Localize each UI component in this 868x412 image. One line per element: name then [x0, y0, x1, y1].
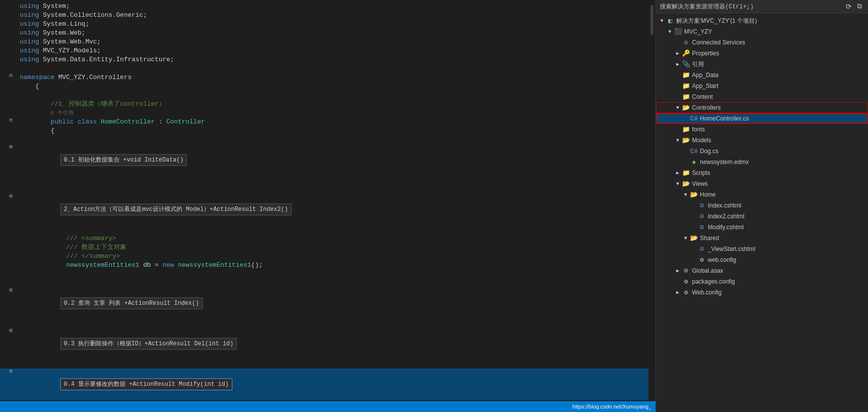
cshtml-icon: ⊡ [697, 202, 706, 209]
tree-item-home[interactable]: ▼ 📂 Home [656, 189, 868, 200]
tree-item-app-start[interactable]: ▶ 📁 App_Start [656, 81, 868, 91]
tree-arrow: ▼ [682, 192, 690, 198]
global-asax-label: Global.asax [692, 267, 723, 274]
code-line: newssystemEntities1 db = new newssystemE… [0, 261, 649, 270]
webconfig-views-icon: ⚙ [697, 256, 706, 264]
code-content: 0.1 初始化数据集合 +void IniteData() [18, 144, 649, 176]
code-area[interactable]: using System; using System.Collections.G… [0, 0, 649, 401]
properties-label: Properties [692, 50, 719, 57]
expand-icon[interactable]: ⊞ [8, 369, 14, 374]
line-gutter: ⊞ [4, 369, 18, 374]
tree-arrow: ▶ [674, 289, 682, 295]
code-content: 0.4 显示要修改的数据 +ActionResult Modify(int id… [18, 369, 649, 400]
expand-icon[interactable]: ⊞ [8, 194, 14, 200]
packages-config-icon: ⚙ [682, 278, 691, 286]
controllers-icon: 📂 [682, 104, 691, 112]
expand-icon[interactable]: ⊞ [8, 144, 14, 150]
tree-item-project[interactable]: ▼ ⬛ MVC_YZY [656, 26, 868, 37]
code-line: { [0, 82, 649, 91]
tree-item-scripts[interactable]: ▶ 📁 Scripts [656, 167, 868, 178]
expand-icon[interactable]: ⊞ [8, 328, 14, 334]
code-content: using System; [18, 2, 649, 11]
shared-icon: 📂 [690, 234, 698, 242]
shared-label: Shared [700, 235, 719, 242]
solution-toolbar: ⟳ ⧉ [844, 2, 864, 11]
edmx-icon: ◈ [690, 158, 698, 166]
tree-item-solution[interactable]: ▼ ◧ 解决方案'MVC_YZY'(1 个项目) [656, 15, 868, 26]
scrollbar[interactable] [649, 0, 655, 401]
tree-item-modify-cshtml[interactable]: ▶ ⊡ Modify.cshtml [656, 222, 868, 233]
code-line: /// <summary> [0, 234, 649, 243]
solution-icon: ◧ [666, 17, 675, 25]
line-gutter: ⊞ [4, 328, 18, 334]
code-content: 0 个引用 [18, 109, 649, 118]
tree-item-connected-services[interactable]: ▶ ⚙ Connected Services [656, 37, 868, 48]
code-line: //1、控制器类（继承了controller） [0, 100, 649, 109]
tree-item-references[interactable]: ▶ 📎 引用 [656, 59, 868, 70]
tree-item-index2-cshtml[interactable]: ▶ ⊡ Index2.cshtml [656, 211, 868, 222]
tree-item-index-cshtml[interactable]: ▶ ⊡ Index.cshtml [656, 200, 868, 211]
global-asax-icon: ⊞ [682, 267, 691, 275]
toolbar-collapse-btn[interactable]: ⧉ [855, 2, 864, 11]
tree-item-app-data[interactable]: ▶ 📁 App_Data [656, 70, 868, 81]
tree-item-homecontroller[interactable]: ▶ C# HomeController.cs [656, 113, 868, 124]
project-label: MVC_YZY [684, 28, 712, 35]
views-label: Views [692, 180, 708, 187]
solution-tree[interactable]: ▼ ◧ 解决方案'MVC_YZY'(1 个项目) ▼ ⬛ MVC_YZY ▶ ⚙… [656, 13, 868, 412]
viewstart-label: _ViewStart.cshtml [708, 246, 755, 252]
collapse-icon[interactable]: ⊟ [8, 118, 14, 124]
tree-arrow: ▶ [674, 170, 682, 176]
tree-item-content[interactable]: ▶ 📁 Content [656, 91, 868, 102]
method-box-5[interactable]: 0.4 显示要修改的数据 +ActionResult Modify(int id… [60, 378, 232, 390]
toolbar-sync-btn[interactable]: ⟳ [844, 2, 853, 11]
code-line: using System.Linq; [0, 20, 649, 29]
code-content: newssystemEntities1 db = new newssystemE… [18, 261, 649, 270]
tree-item-web-config[interactable]: ▶ ⚙ Web.config [656, 287, 868, 298]
code-line [0, 64, 649, 73]
collapse-icon[interactable]: ⊟ [8, 73, 14, 79]
code-content: using System.Linq; [18, 20, 649, 29]
code-line [0, 91, 649, 100]
code-line: /// 数据上下文对象 [0, 243, 649, 252]
code-content: 0.2 查询 文章 列表 +ActionResult Index() [18, 288, 649, 319]
code-line: using System.Collections.Generic; [0, 11, 649, 20]
method-box-4[interactable]: 0.3 执行删除操作（根据ID）+ActionResult Del(int id… [60, 338, 237, 350]
tree-item-views[interactable]: ▼ 📂 Views [656, 178, 868, 189]
tree-item-webconfig-views[interactable]: ▶ ⚙ web.config [656, 254, 868, 265]
dog-cs-icon: C# [690, 148, 698, 155]
tree-item-fonts[interactable]: ▶ 📁 fonts [656, 124, 868, 135]
tree-item-models[interactable]: ▼ 📂 Models [656, 135, 868, 146]
models-label: Models [692, 137, 711, 144]
code-content: { [18, 82, 649, 91]
code-line: using MVC_YZY.Models; [0, 46, 649, 55]
code-line: ⊟ namespace MVC_YZY.Controllers [0, 73, 649, 82]
line-gutter: ⊞ [4, 194, 18, 200]
connected-services-label: Connected Services [692, 39, 745, 46]
scroll-thumb[interactable] [651, 5, 653, 35]
models-icon: 📂 [682, 136, 691, 144]
tree-item-dog-cs[interactable]: ▶ C# Dog.cs [656, 146, 868, 157]
method-box-2[interactable]: 2、Action方法（可以看成是mvc设计模式的 Model）+ActionRe… [60, 204, 292, 215]
home-icon: 📂 [690, 191, 698, 199]
tree-item-viewstart[interactable]: ▶ ⊡ _ViewStart.cshtml [656, 244, 868, 254]
tree-item-controllers[interactable]: ▼ 📂 Controllers [656, 102, 868, 113]
tree-item-shared[interactable]: ▼ 📂 Shared [656, 233, 868, 244]
tree-item-packages-config[interactable]: ▶ ⚙ packages.config [656, 276, 868, 287]
scripts-label: Scripts [692, 169, 710, 176]
code-line: /// </summary> [0, 252, 649, 261]
expand-icon[interactable]: ⊞ [8, 288, 14, 293]
method-box-3[interactable]: 0.2 查询 文章 列表 +ActionResult Index() [60, 297, 203, 309]
method-box-1[interactable]: 0.1 初始化数据集合 +void IniteData() [60, 154, 187, 166]
content-label: Content [692, 93, 713, 100]
viewstart-icon: ⊡ [697, 245, 706, 253]
code-content: using System.Web.Mvc; [18, 38, 649, 46]
app-data-icon: 📁 [682, 71, 691, 79]
blog-link: https://blog.csdn.net/Xumuyang_ [572, 404, 651, 410]
references-icon: 📎 [682, 60, 691, 68]
tree-item-newssystem-edmx[interactable]: ▶ ◈ newssystem.edmx [656, 157, 868, 167]
tree-item-properties[interactable]: ▶ 🔑 Properties [656, 48, 868, 59]
tree-item-global-asax[interactable]: ▶ ⊞ Global.asax [656, 265, 868, 276]
homecontroller-label: HomeController.cs [700, 115, 749, 122]
views-icon: 📂 [682, 180, 691, 188]
solution-header: 搜索解决方案资源管理器(Ctrl+;) ⟳ ⧉ [656, 0, 868, 13]
